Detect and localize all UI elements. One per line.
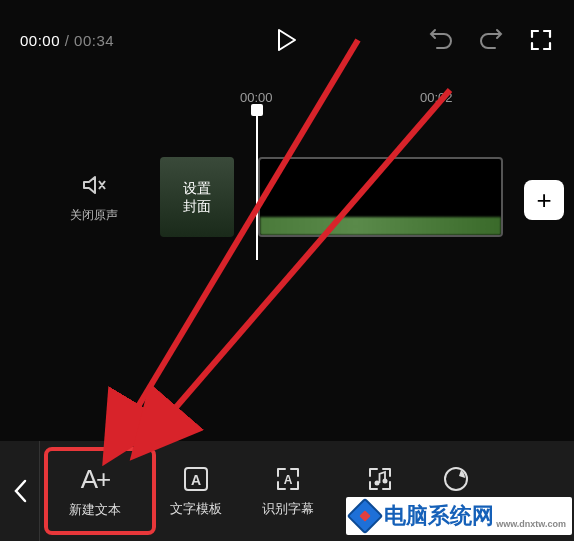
watermark-url: www.dnxtw.com	[496, 519, 566, 529]
timeline[interactable]: 00:00 00:02 关闭原声 设置 封面 +	[0, 80, 574, 360]
player-controls: 00:00 / 00:34	[0, 18, 574, 62]
fullscreen-icon	[529, 28, 553, 52]
speaker-mute-icon	[80, 171, 108, 199]
new-text-button[interactable]: A+ 新建文本	[40, 441, 150, 541]
set-cover-button[interactable]: 设置 封面	[160, 157, 234, 237]
ruler-mark: 00:00	[240, 90, 273, 105]
cover-label-2: 封面	[183, 197, 211, 215]
svg-point-6	[383, 479, 388, 484]
right-controls	[428, 27, 554, 53]
svg-text:A: A	[284, 473, 293, 487]
toolbar-label: 新建文本	[69, 501, 121, 519]
back-button[interactable]	[0, 441, 40, 541]
undo-icon	[429, 28, 453, 52]
text-template-button[interactable]: A 文字模板	[150, 441, 242, 541]
video-clip[interactable]	[258, 157, 503, 237]
video-track: 关闭原声 设置 封面 +	[0, 152, 574, 242]
playhead[interactable]	[256, 110, 258, 260]
video-editor: 00:00 / 00:34 00:00 00:02	[0, 0, 574, 541]
ruler-mark: 00:02	[420, 90, 453, 105]
toolbar-label: 文字模板	[170, 500, 222, 518]
subtitle-icon: A	[273, 464, 303, 494]
play-button[interactable]	[272, 25, 302, 55]
time-ruler: 00:00 00:02	[0, 90, 574, 114]
add-clip-button[interactable]: +	[524, 180, 564, 220]
sticker-icon	[441, 464, 471, 494]
svg-point-7	[445, 468, 467, 490]
watermark-logo-icon	[347, 498, 384, 535]
time-display: 00:00 / 00:34	[20, 32, 114, 49]
mute-label: 关闭原声	[70, 207, 118, 224]
recognize-subtitle-button[interactable]: A 识别字幕	[242, 441, 334, 541]
current-time: 00:00	[20, 32, 60, 49]
cover-label-1: 设置	[183, 179, 211, 197]
redo-icon	[479, 28, 503, 52]
toolbar-label: 识别字幕	[262, 500, 314, 518]
watermark-text: 电脑系统网	[384, 501, 494, 531]
plus-icon: +	[536, 185, 551, 216]
chevron-left-icon	[13, 479, 27, 503]
mute-audio-button[interactable]: 关闭原声	[70, 171, 118, 224]
fullscreen-button[interactable]	[528, 27, 554, 53]
undo-button[interactable]	[428, 27, 454, 53]
time-separator: /	[65, 32, 74, 49]
text-add-icon: A+	[81, 464, 110, 495]
redo-button[interactable]	[478, 27, 504, 53]
svg-text:A: A	[191, 472, 201, 488]
lyrics-icon	[365, 464, 395, 494]
text-template-icon: A	[181, 464, 211, 494]
total-time: 00:34	[74, 32, 114, 49]
watermark: 电脑系统网 www.dnxtw.com	[346, 497, 572, 535]
play-icon	[277, 28, 297, 52]
